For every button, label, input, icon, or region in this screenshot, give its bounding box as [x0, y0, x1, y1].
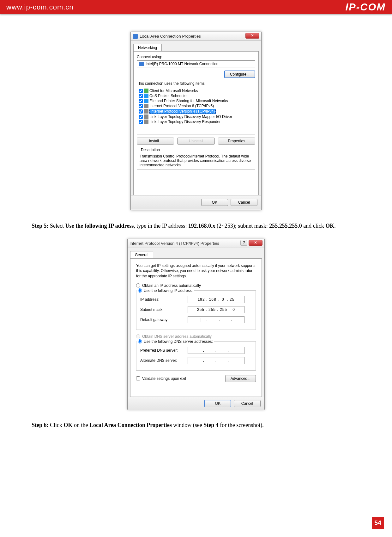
list-item[interactable]: Link-Layer Topology Discovery Mapper I/O… — [138, 114, 254, 119]
preferred-dns-input[interactable] — [188, 347, 244, 354]
configure-button[interactable]: Configure... — [224, 71, 255, 78]
checkbox-input[interactable] — [136, 376, 140, 380]
list-item[interactable]: File and Printer Sharing for Microsoft N… — [138, 98, 254, 103]
local-area-connection-dialog: Local Area Connection Properties ✕ Netwo… — [130, 32, 262, 210]
dialog2-title: Internet Protocol Version 4 (TCP/IPv4) P… — [130, 241, 219, 246]
radio-input[interactable] — [138, 339, 142, 343]
ip-address-input[interactable] — [188, 296, 244, 303]
client-icon — [144, 89, 148, 93]
list-item[interactable]: Internet Protocol Version 6 (TCP/IPv6) — [138, 103, 254, 108]
dialog2-titlebar[interactable]: Internet Protocol Version 4 (TCP/IPv4) P… — [128, 239, 264, 248]
uninstall-button: Uninstall — [177, 138, 214, 145]
info-text: You can get IP settings assigned automat… — [136, 263, 256, 279]
dialog1-titlebar[interactable]: Local Area Connection Properties ✕ — [131, 32, 261, 41]
item-checkbox[interactable] — [139, 94, 143, 98]
help-button[interactable]: ? — [240, 240, 247, 246]
item-checkbox[interactable] — [139, 89, 143, 93]
cancel-button[interactable]: Cancel — [234, 400, 261, 407]
close-button[interactable]: ✕ — [245, 33, 259, 39]
ok-button[interactable]: OK — [204, 400, 231, 407]
step-5-text: Step 5: Select Use the following IP addr… — [32, 220, 360, 232]
radio-input — [136, 334, 140, 338]
list-item[interactable]: QoS Packet Scheduler — [138, 93, 254, 98]
components-listbox[interactable]: Client for Microsoft Networks QoS Packet… — [137, 87, 255, 134]
static-ip-fieldset: Use the following IP address: IP address… — [136, 288, 256, 330]
list-item-selected[interactable]: Internet Protocol Version 4 (TCP/IPv4) — [138, 108, 254, 114]
description-box: Description Transmission Control Protoco… — [137, 148, 255, 170]
install-button[interactable]: Install... — [137, 138, 174, 145]
radio-input[interactable] — [136, 283, 140, 287]
connect-using-label: Connect using: — [137, 55, 255, 59]
item-checkbox[interactable] — [139, 99, 143, 103]
alternate-dns-label: Alternate DNS server: — [140, 358, 188, 363]
page-header: www.ip-com.com.cn IP-COM — [0, 0, 392, 14]
advanced-button[interactable]: Advanced... — [225, 375, 256, 382]
ip-address-label: IP address: — [140, 297, 188, 302]
obtain-dns-auto-radio: Obtain DNS server address automatically — [136, 334, 256, 339]
step-6-text: Step 6: Click OK on the Local Area Conne… — [32, 419, 360, 432]
adapter-icon — [139, 62, 144, 66]
obtain-ip-auto-radio[interactable]: Obtain an IP address automatically — [136, 283, 256, 288]
protocol-icon — [144, 109, 148, 114]
ok-button[interactable]: OK — [201, 199, 228, 206]
use-following-dns-radio[interactable]: Use the following DNS server addresses: — [136, 339, 214, 344]
static-dns-fieldset: Use the following DNS server addresses: … — [136, 339, 256, 371]
alternate-dns-input[interactable] — [188, 357, 244, 364]
file-share-icon — [144, 99, 148, 103]
networking-tab[interactable]: Networking — [133, 44, 162, 51]
ipv4-properties-dialog: Internet Protocol Version 4 (TCP/IPv4) P… — [127, 239, 265, 410]
subnet-mask-label: Subnet mask: — [140, 307, 188, 312]
validate-checkbox[interactable]: Validate settings upon exit — [136, 376, 186, 381]
network-icon — [133, 34, 138, 39]
adapter-field[interactable]: Intel(R) PRO/1000 MT Network Connection — [137, 60, 255, 67]
protocol-icon — [144, 120, 148, 124]
properties-button[interactable]: Properties — [218, 138, 255, 145]
list-item[interactable]: Client for Microsoft Networks — [138, 88, 254, 93]
items-label: This connection uses the following items… — [137, 81, 255, 86]
general-tab[interactable]: General — [130, 251, 153, 258]
cancel-button[interactable]: Cancel — [231, 199, 257, 206]
item-checkbox[interactable] — [139, 104, 143, 108]
protocol-icon — [144, 104, 148, 108]
item-checkbox[interactable] — [139, 120, 143, 124]
description-legend: Description — [140, 148, 161, 152]
item-checkbox[interactable] — [139, 109, 143, 114]
protocol-icon — [144, 114, 148, 119]
use-following-ip-radio[interactable]: Use the following IP address: — [136, 288, 194, 293]
header-url: www.ip-com.com.cn — [6, 3, 74, 11]
list-item[interactable]: Link-Layer Topology Discovery Responder — [138, 119, 254, 124]
adapter-name: Intel(R) PRO/1000 MT Network Connection — [146, 62, 219, 66]
header-logo: IP-COM — [345, 1, 386, 13]
default-gateway-label: Default gateway: — [140, 318, 188, 322]
item-checkbox[interactable] — [139, 115, 143, 119]
dialog1-title: Local Area Connection Properties — [140, 34, 201, 39]
close-button[interactable]: ✕ — [249, 240, 262, 246]
preferred-dns-label: Preferred DNS server: — [140, 348, 188, 353]
default-gateway-input[interactable] — [188, 316, 244, 323]
radio-input[interactable] — [138, 288, 142, 293]
qos-icon — [144, 94, 148, 98]
page-number: 54 — [372, 517, 384, 529]
subnet-mask-input[interactable] — [188, 306, 244, 313]
description-text: Transmission Control Protocol/Internet P… — [140, 154, 251, 167]
